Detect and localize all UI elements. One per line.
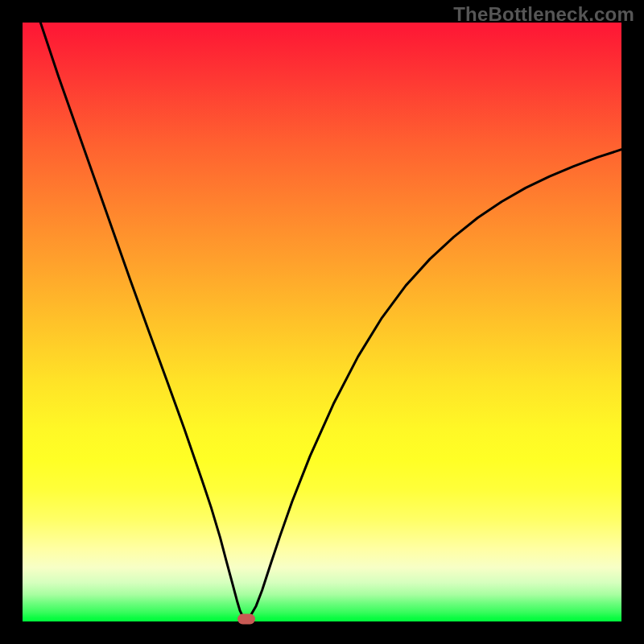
curve-svg	[23, 23, 621, 621]
bottleneck-curve-line	[40, 23, 621, 619]
optimal-point-marker	[237, 614, 255, 625]
watermark-text: TheBottleneck.com	[453, 3, 634, 26]
chart-frame: TheBottleneck.com	[0, 0, 644, 644]
plot-area	[23, 23, 621, 621]
